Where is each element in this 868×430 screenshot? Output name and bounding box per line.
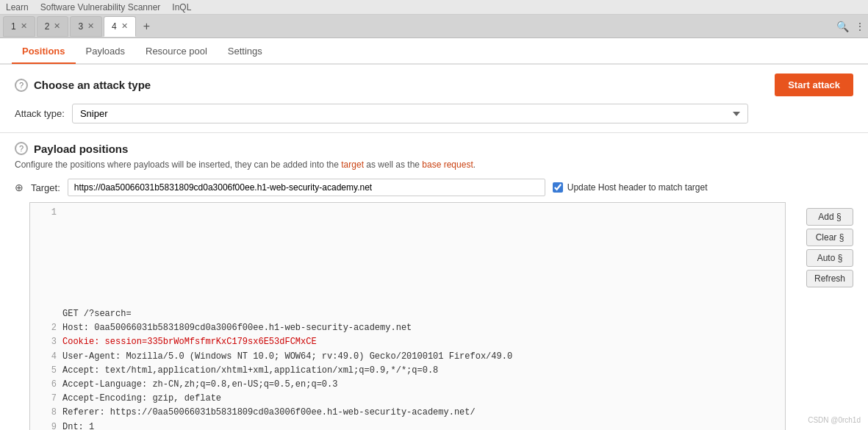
table-row: 1GET /?search=$$=1> HTTP/1.1 [36, 206, 779, 321]
tab-1-label: 1 [11, 21, 16, 32]
table-row: 7Accept-Encoding: gzip, deflate [36, 392, 779, 406]
tab-3-label: 3 [78, 21, 83, 32]
tab-3[interactable]: 3 ✕ [70, 16, 102, 37]
attack-type-title: Choose an attack type [34, 79, 151, 91]
tab-4-label: 4 [112, 21, 117, 32]
line-text: Dnt: 1 [62, 420, 94, 431]
line-number: 3 [36, 335, 57, 349]
attack-type-help-icon[interactable]: ? [15, 79, 28, 92]
line-number: 1 [36, 206, 57, 321]
line-number: 9 [36, 420, 57, 431]
tab-4[interactable]: 4 ✕ [104, 16, 136, 37]
line-number: 4 [36, 350, 57, 364]
search-icon[interactable]: 🔍 [836, 21, 849, 32]
payload-positions-help-icon[interactable]: ? [15, 142, 28, 155]
tab-1-close[interactable]: ✕ [21, 21, 27, 31]
refresh-button[interactable]: Refresh [806, 270, 853, 287]
line-text: User-Agent: Mozilla/5.0 (Windows NT 10.0… [62, 350, 512, 364]
payload-positions-title: Payload positions [34, 143, 128, 155]
table-row: 8Referer: https://0aa50066031b5831809cd0… [36, 406, 779, 420]
tabs-row: 1 ✕ 2 ✕ 3 ✕ 4 ✕ + 🔍 ⋮ [0, 15, 868, 38]
tab-resource-pool[interactable]: Resource pool [135, 40, 218, 64]
tab-2-close[interactable]: ✕ [54, 21, 60, 31]
tab-positions[interactable]: Positions [12, 40, 76, 64]
add-tab-button[interactable]: + [137, 17, 156, 36]
table-row: 4User-Agent: Mozilla/5.0 (Windows NT 10.… [36, 350, 779, 364]
tab-4-close[interactable]: ✕ [121, 21, 128, 31]
update-host-check: Update Host header to match target [553, 182, 708, 193]
main-content: ? Choose an attack type Start attack Att… [0, 65, 868, 430]
payload-positions-section: ? Payload positions Configure the positi… [0, 133, 868, 430]
attack-type-label: Attack type: [15, 108, 65, 119]
line-text: Accept-Language: zh-CN,zh;q=0.8,en-US;q=… [62, 378, 337, 392]
target-row: ⊕ Target: Update Host header to match ta… [15, 179, 800, 196]
line-text: Accept: text/html,application/xhtml+xml,… [62, 364, 438, 378]
tab-1[interactable]: 1 ✕ [3, 16, 35, 37]
clear-s-button[interactable]: Clear § [806, 229, 853, 246]
menu-scanner[interactable]: Software Vulnerability Scanner [40, 2, 161, 12]
watermark: CSDN @0rch1d [808, 416, 861, 424]
table-row: 2Host: 0aa50066031b5831809cd0a3006f00ee.… [36, 321, 779, 335]
request-editor[interactable]: 1GET /?search=$$=1> HTTP/1.12Host: 0aa50… [29, 202, 786, 430]
attack-type-select[interactable]: Sniper Battering ram Pitchfork Cluster b… [72, 104, 748, 123]
tab-2-label: 2 [45, 21, 50, 32]
target-drag-icon[interactable]: ⊕ [15, 182, 24, 193]
top-menu-bar: Learn Software Vulnerability Scanner InQ… [0, 0, 868, 15]
table-row: 3Cookie: session=335brWoMfsfmrKxC179sx6E… [36, 335, 779, 349]
line-number: 5 [36, 364, 57, 378]
add-s-button[interactable]: Add § [806, 208, 853, 226]
auto-s-button[interactable]: Auto § [806, 249, 853, 267]
menu-inql[interactable]: InQL [172, 2, 191, 12]
line-number: 2 [36, 321, 57, 335]
tab-2[interactable]: 2 ✕ [37, 16, 69, 37]
sub-tabs: Positions Payloads Resource pool Setting… [0, 38, 868, 65]
update-host-checkbox[interactable] [553, 182, 563, 193]
update-host-label: Update Host header to match target [567, 182, 708, 193]
line-number: 6 [36, 378, 57, 392]
table-row: 9Dnt: 1 [36, 420, 779, 431]
target-input[interactable] [68, 179, 545, 196]
tab-settings[interactable]: Settings [218, 40, 273, 64]
target-label: Target: [31, 182, 60, 193]
table-row: 6Accept-Language: zh-CN,zh;q=0.8,en-US;q… [36, 378, 779, 392]
line-text: GET /?search=$$=1> HTTP/1.1 [62, 206, 352, 321]
line-text: Referer: https://0aa50066031b5831809cd0a… [62, 406, 476, 420]
payload-positions-desc: Configure the positions where payloads w… [15, 160, 853, 170]
line-text: Accept-Encoding: gzip, deflate [62, 392, 221, 406]
table-row: 5Accept: text/html,application/xhtml+xml… [36, 364, 779, 378]
tab-payloads[interactable]: Payloads [76, 40, 135, 64]
line-text: Host: 0aa50066031b5831809cd0a3006f00ee.h… [62, 321, 412, 335]
attack-type-section: ? Choose an attack type Start attack Att… [0, 65, 868, 133]
start-attack-button[interactable]: Start attack [775, 74, 853, 96]
more-options-icon[interactable]: ⋮ [855, 21, 865, 32]
line-number: 7 [36, 392, 57, 406]
tab-3-close[interactable]: ✕ [87, 21, 94, 31]
line-text: Cookie: session=335brWoMfsfmrKxC179sx6E5… [62, 335, 317, 349]
side-buttons: Add § Clear § Auto § Refresh [806, 208, 853, 287]
line-number: 8 [36, 406, 57, 420]
menu-learn[interactable]: Learn [6, 2, 29, 12]
